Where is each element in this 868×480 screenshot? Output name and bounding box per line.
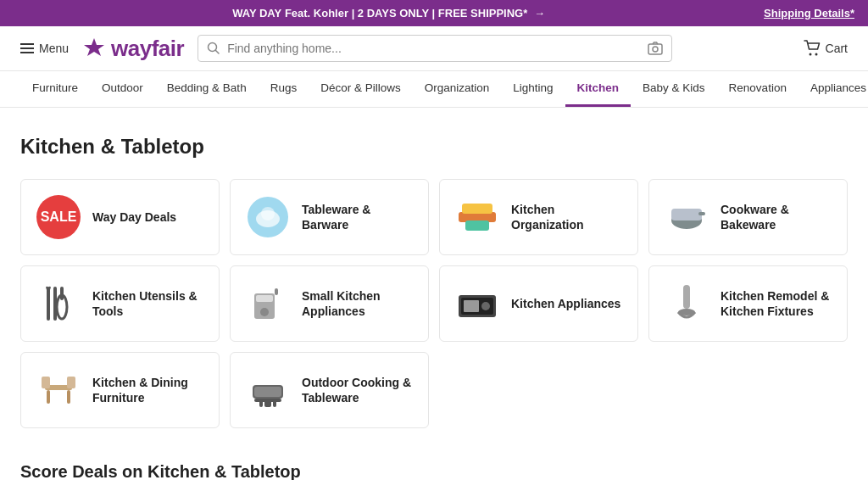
utensils-label: Kitchen Utensils & Tools (92, 288, 205, 319)
nav-outdoor[interactable]: Outdoor (90, 71, 155, 107)
kitchen-org-label: Kitchen Organization (511, 202, 624, 232)
nav-baby-kids[interactable]: Baby & Kids (631, 71, 717, 107)
main-content: Kitchen & Tabletop SALE Way Day Deals Ta… (0, 108, 868, 480)
sale-badge: SALE (36, 195, 81, 239)
utensils-svg (36, 282, 81, 326)
svg-rect-28 (683, 285, 690, 309)
svg-point-27 (481, 302, 490, 310)
top-banner: WAY DAY Feat. Kohler | 2 DAYS ONLY | FRE… (0, 0, 868, 26)
cookware-svg (665, 195, 709, 239)
dining-icon (35, 366, 82, 414)
deals-section: Score Deals on Kitchen & Tabletop (20, 462, 848, 480)
tableware-svg (246, 195, 290, 239)
banner-text: WAY DAY Feat. Kohler | 2 DAYS ONLY | FRE… (14, 7, 764, 20)
utensils-icon (35, 280, 82, 327)
camera-icon[interactable] (648, 41, 663, 56)
svg-rect-32 (67, 390, 70, 404)
category-card-kitchen-org[interactable]: Kitchen Organization (439, 179, 638, 255)
kitchen-appliances-svg (455, 282, 499, 326)
category-card-utensils[interactable]: Kitchen Utensils & Tools (20, 265, 220, 342)
menu-button[interactable]: Menu (20, 42, 69, 55)
small-appliances-label: Small Kitchen Appliances (302, 288, 415, 319)
logo[interactable]: wayfair (82, 36, 184, 62)
tableware-icon (244, 193, 292, 241)
shipping-details-link[interactable]: Shipping Details* (764, 7, 854, 20)
search-bar (198, 35, 672, 62)
banner-feat: Feat. Kohler (285, 7, 348, 20)
kitchen-appliances-icon (453, 280, 501, 327)
kitchen-section-title: Kitchen & Tabletop (20, 135, 848, 159)
main-nav: Furniture Outdoor Bedding & Bath Rugs Dé… (0, 71, 868, 108)
svg-point-5 (809, 53, 811, 56)
svg-point-6 (815, 53, 817, 56)
category-card-cookware[interactable]: Cookware & Bakeware (648, 179, 848, 255)
outdoor-cooking-icon (244, 366, 292, 414)
svg-rect-31 (47, 390, 50, 404)
svg-line-2 (216, 51, 220, 54)
dining-svg (36, 368, 81, 412)
svg-marker-0 (84, 38, 104, 56)
kitchen-org-icon (453, 193, 501, 241)
way-day-deals-icon: SALE (35, 193, 82, 241)
small-appliances-svg (246, 282, 290, 326)
small-appliances-icon (244, 280, 292, 327)
logo-text: wayfair (111, 36, 184, 62)
banner-wayday: WAY DAY (232, 7, 281, 20)
svg-point-22 (260, 308, 269, 316)
cart-label: Cart (826, 42, 848, 55)
svg-point-9 (261, 207, 275, 220)
svg-point-4 (653, 47, 658, 52)
svg-rect-40 (264, 399, 271, 407)
svg-rect-34 (67, 377, 75, 388)
svg-rect-15 (698, 212, 705, 215)
nav-lighting[interactable]: Lighting (501, 71, 565, 107)
outdoor-cooking-svg (246, 368, 290, 412)
svg-rect-26 (464, 300, 479, 312)
nav-bedding-bath[interactable]: Bedding & Bath (155, 71, 259, 107)
outdoor-cooking-label: Outdoor Cooking & Tableware (302, 375, 415, 405)
tableware-label: Tableware & Barware (302, 202, 415, 232)
cart-icon (804, 40, 821, 57)
svg-rect-36 (254, 387, 281, 397)
svg-rect-21 (256, 295, 273, 302)
menu-label: Menu (39, 42, 69, 55)
svg-rect-3 (648, 44, 662, 54)
kitchen-org-svg (455, 195, 499, 239)
category-card-remodel[interactable]: Kitchen Remodel & Kitchen Fixtures (648, 265, 848, 342)
nav-kitchen[interactable]: Kitchen (565, 71, 632, 107)
cookware-icon (663, 193, 710, 241)
category-card-kitchen-appliances[interactable]: Kitchen Appliances (439, 265, 638, 342)
header: Menu wayfair Cart (0, 26, 868, 71)
category-card-dining[interactable]: Kitchen & Dining Furniture (20, 352, 220, 428)
category-grid: SALE Way Day Deals Tableware & Barware (20, 179, 848, 428)
nav-organization[interactable]: Organization (413, 71, 502, 107)
remodel-svg (665, 282, 709, 326)
category-card-tableware[interactable]: Tableware & Barware (230, 179, 429, 255)
kitchen-appliances-label: Kitchen Appliances (511, 296, 620, 311)
search-input[interactable] (227, 42, 641, 55)
svg-rect-14 (671, 209, 702, 220)
category-card-way-day-deals[interactable]: SALE Way Day Deals (20, 179, 220, 255)
cookware-label: Cookware & Bakeware (721, 202, 833, 232)
remodel-icon (663, 280, 710, 327)
banner-arrow: → (534, 7, 545, 20)
way-day-deals-label: Way Day Deals (92, 209, 176, 225)
nav-decor-pillows[interactable]: Décor & Pillows (309, 71, 413, 107)
svg-rect-12 (465, 220, 489, 231)
wayfair-logo-icon (82, 36, 106, 60)
nav-appliances[interactable]: Appliances (798, 71, 868, 107)
deals-section-title: Score Deals on Kitchen & Tabletop (20, 462, 848, 480)
nav-renovation[interactable]: Renovation (717, 71, 798, 107)
dining-label: Kitchen & Dining Furniture (92, 375, 205, 405)
svg-rect-33 (42, 377, 50, 388)
category-card-outdoor-cooking[interactable]: Outdoor Cooking & Tableware (230, 352, 429, 428)
hamburger-icon (20, 43, 34, 53)
svg-rect-23 (275, 288, 278, 295)
banner-days: | 2 DAYS ONLY | FREE SHIPPING* (352, 7, 528, 20)
category-card-small-appliances[interactable]: Small Kitchen Appliances (230, 265, 429, 342)
cart-button[interactable]: Cart (804, 40, 848, 57)
svg-rect-11 (462, 204, 492, 214)
remodel-label: Kitchen Remodel & Kitchen Fixtures (721, 288, 833, 319)
nav-furniture[interactable]: Furniture (20, 71, 90, 107)
nav-rugs[interactable]: Rugs (259, 71, 309, 107)
